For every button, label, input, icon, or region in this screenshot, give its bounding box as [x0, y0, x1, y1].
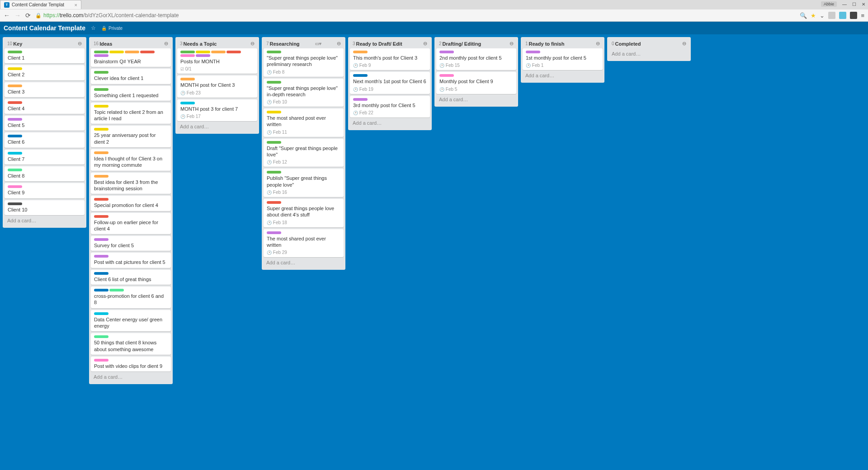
card[interactable]: Super great things people love about die… [264, 199, 344, 227]
list-header[interactable]: 3 Needs a Topic⊖ [177, 39, 257, 48]
card[interactable]: Idea I thought of for Client 3 on my mor… [91, 149, 171, 171]
extension-icon[interactable] [828, 12, 835, 19]
card[interactable]: "Super great things people love" in-dept… [264, 79, 344, 107]
list-header[interactable]: 0 Completed⊖ [609, 39, 689, 48]
list-title: Ready to Draft/ Edit [356, 41, 402, 47]
card[interactable]: Client 6 list of great things [91, 270, 171, 285]
list-menu-icon[interactable]: ⊖ [423, 41, 427, 47]
card-title: 25 year anniversary post for dient 2 [94, 132, 168, 145]
card[interactable]: Special promotion for client 4 [91, 196, 171, 211]
card[interactable]: The most shared post ever written🕑 Feb 1… [264, 108, 344, 137]
address-field[interactable]: 🔒 https://trello.com/b/dYzGorXL/content-… [35, 12, 795, 19]
card[interactable]: Client 4 [5, 99, 85, 114]
chrome-profile-chip[interactable]: Abbie [821, 1, 837, 7]
card[interactable]: Draft "Super great things people love"🕑 … [264, 139, 344, 167]
add-card-button[interactable]: Add a card… [91, 371, 171, 382]
list-menu-icon[interactable]: ⊖ [78, 41, 82, 47]
card[interactable]: 2nd monthly post for client 5🕑 Feb 15 [436, 48, 516, 70]
list-header[interactable]: 3 Ready to Draft/ Edit⊖ [350, 39, 430, 48]
add-card-button[interactable]: Add a card… [350, 118, 430, 128]
card[interactable]: Client 10 [5, 200, 85, 215]
card[interactable]: Topic related to client 2 from an articl… [91, 103, 171, 124]
subscribe-icon[interactable]: ▭▾ [315, 41, 321, 46]
tab-close-icon[interactable]: × [75, 2, 77, 8]
forward-icon[interactable]: → [14, 12, 21, 19]
pocket-icon[interactable]: ⌄ [820, 12, 825, 19]
clock-icon: 🕑 [267, 100, 272, 104]
card[interactable]: Publish "Super great things people love"… [264, 169, 344, 197]
card[interactable]: Client 2 [5, 65, 85, 80]
card[interactable]: MONTH post for Client 3🕑 Feb 23 [177, 75, 257, 97]
card[interactable]: Next month's 1st post for Client 6🕑 Feb … [350, 72, 430, 94]
window-maximize-icon[interactable]: ☐ [852, 2, 856, 7]
board-canvas[interactable]: 10 Key⊖Client 1Client 2Client 3Client 4C… [0, 34, 868, 470]
card[interactable]: 25 year anniversary post for dient 2 [91, 126, 171, 147]
list-menu-icon[interactable]: ⊖ [509, 41, 514, 47]
card[interactable]: Client 3 [5, 82, 85, 97]
list-menu-icon[interactable]: ⊖ [596, 41, 600, 47]
add-card-button[interactable]: Add a card… [177, 121, 257, 132]
list-header[interactable]: 7 Researching▭▾⊖ [264, 39, 344, 48]
star-board-icon[interactable]: ☆ [91, 25, 96, 31]
window-close-icon[interactable]: ✕ [862, 2, 865, 7]
board-visibility[interactable]: 🔒 Private [101, 26, 123, 31]
card[interactable]: Client 7 [5, 150, 85, 164]
card[interactable]: cross-promotion for client 6 and 8 [91, 287, 171, 308]
card[interactable]: Client 9 [5, 183, 85, 198]
board-title[interactable]: Content Calendar Template [4, 24, 85, 32]
card[interactable]: Post with cat pictures for client 5 [91, 253, 171, 268]
card[interactable]: Monthly post for Client 9🕑 Feb 5 [436, 72, 516, 94]
card[interactable]: Client 6 [5, 132, 85, 147]
zoom-icon[interactable]: 🔍 [800, 12, 807, 19]
list-menu-icon[interactable]: ⊖ [682, 41, 686, 47]
add-card-button[interactable]: Add a card… [5, 215, 85, 226]
label-pink [8, 185, 22, 188]
browser-tab[interactable]: T Content Calendar Templat × [0, 0, 81, 9]
card[interactable]: Data Center energy use/ green energy [91, 310, 171, 332]
card[interactable]: Client 1 [5, 48, 85, 63]
card[interactable]: Client 5 [5, 116, 85, 131]
card[interactable]: This month's post for Client 3🕑 Feb 9 [350, 48, 430, 70]
label-blue [94, 272, 108, 275]
card[interactable]: Best idea for dient 3 from the brainstor… [91, 173, 171, 194]
list-menu-icon[interactable]: ⊖ [164, 41, 168, 47]
list-card-count: 3 [353, 41, 355, 46]
list-header[interactable]: 16 Ideas⊖ [91, 39, 171, 48]
card-title: Client 9 [8, 189, 81, 196]
list-menu-icon[interactable]: ⊖ [250, 41, 255, 47]
extension-icon[interactable] [850, 12, 857, 19]
card[interactable]: "Super great things people love" prelimi… [264, 48, 344, 77]
add-card-button[interactable]: Add a card… [264, 257, 344, 268]
card[interactable]: Something client 1 requested [91, 86, 171, 101]
label-lime [8, 169, 22, 171]
card[interactable]: Survey for client 5 [91, 236, 171, 251]
card[interactable]: Clever idea for client 1 [91, 69, 171, 84]
back-icon[interactable]: ← [4, 12, 10, 19]
due-date-badge: 🕑 Feb 16 [267, 190, 287, 195]
card[interactable]: Post with video clips for dient 9 [91, 357, 171, 371]
card[interactable]: The most shared post ever written🕑 Feb 2… [264, 229, 344, 258]
add-card-button[interactable]: Add a card… [436, 94, 516, 105]
card[interactable]: Posts for MONTH☑ 0/1 [177, 48, 257, 74]
window-minimize-icon[interactable]: — [842, 2, 847, 7]
list-header[interactable]: 1 Ready to finish⊖ [523, 39, 603, 48]
list-card-count: 7 [266, 41, 269, 46]
list-menu-icon[interactable]: ⊖ [337, 41, 341, 47]
extension-icon[interactable] [839, 12, 846, 19]
star-icon[interactable]: ★ [811, 12, 816, 19]
card[interactable]: Client 8 [5, 166, 85, 181]
card[interactable]: 1st monthly post for client 5🕑 Feb 1 [523, 48, 603, 70]
label-green [267, 171, 281, 174]
card[interactable]: Brainstorm Q# YEAR [91, 48, 171, 67]
chrome-menu-icon[interactable]: ≡ [861, 12, 864, 19]
card[interactable]: 50 things that client 8 knows about some… [91, 333, 171, 355]
list-header[interactable]: 2 Drafting/ Editing⊖ [436, 39, 516, 48]
add-card-button[interactable]: Add a card… [609, 48, 689, 59]
card[interactable]: 3rd monthly post for Client 5🕑 Feb 22 [350, 96, 430, 118]
card[interactable]: Follow-up on earlier piece for client 4 [91, 213, 171, 235]
list-header[interactable]: 10 Key⊖ [5, 39, 85, 48]
card-title: MONTH post for Client 3 [180, 82, 254, 88]
reload-icon[interactable]: ⟳ [25, 12, 31, 19]
card[interactable]: MONTH post 3 for client 7🕑 Feb 17 [177, 99, 257, 121]
add-card-button[interactable]: Add a card… [523, 70, 603, 81]
